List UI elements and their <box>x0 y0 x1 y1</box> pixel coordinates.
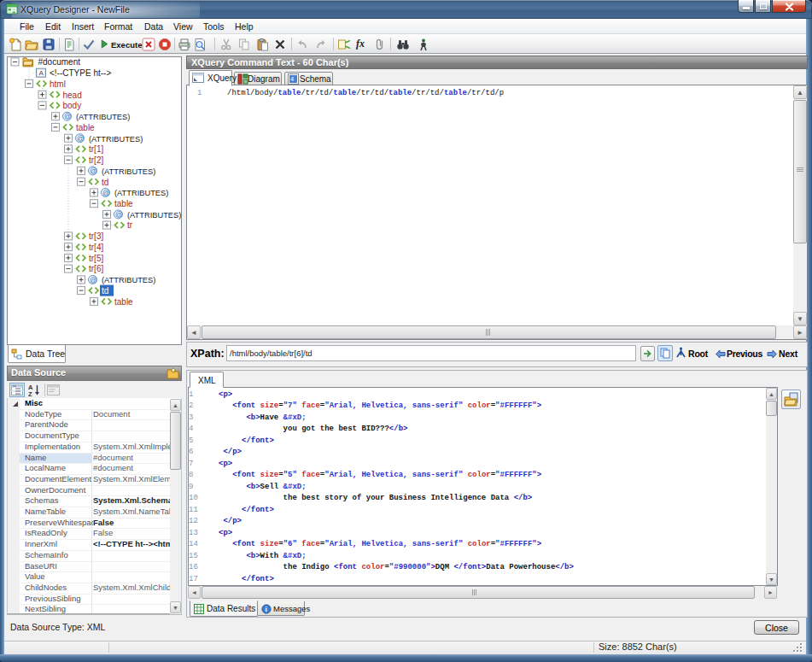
svg-text:(ATTRIBUTES): (ATTRIBUTES) <box>89 135 143 144</box>
svg-text:td: td <box>102 286 108 296</box>
svg-text:tr[2]: tr[2] <box>89 155 103 165</box>
svg-text:Z: Z <box>28 390 32 397</box>
svg-text:@: @ <box>102 189 110 197</box>
svg-text:tr[5]: tr[5] <box>89 254 103 263</box>
svg-text:@: @ <box>77 134 85 143</box>
svg-text:@: @ <box>64 112 72 120</box>
svg-text:@: @ <box>90 276 97 284</box>
svg-text:table: table <box>114 297 133 307</box>
svg-text:<!--CTYPE ht-->: <!--CTYPE ht--> <box>50 68 111 78</box>
svg-text:(ATTRIBUTES): (ATTRIBUTES) <box>76 113 130 121</box>
svg-text:A: A <box>39 69 44 77</box>
svg-text:table: table <box>114 199 133 208</box>
svg-text:tr: tr <box>127 220 133 230</box>
svg-text:html: html <box>50 79 66 89</box>
svg-text:@: @ <box>115 210 123 219</box>
svg-text:(ATTRIBUTES): (ATTRIBUTES) <box>127 211 181 220</box>
svg-text:table: table <box>76 123 95 132</box>
svg-text:tr[6]: tr[6] <box>89 264 103 273</box>
svg-text:4: 4 <box>290 75 294 83</box>
svg-text:(ATTRIBUTES): (ATTRIBUTES) <box>114 189 168 197</box>
svg-text:(ATTRIBUTES): (ATTRIBUTES) <box>102 167 155 176</box>
svg-text:td: td <box>102 178 108 187</box>
svg-text:body: body <box>63 101 82 110</box>
svg-text:tr[4]: tr[4] <box>89 243 103 252</box>
svg-text:#document: #document <box>38 57 81 67</box>
svg-text:tr[3]: tr[3] <box>89 231 103 241</box>
svg-text:tr[1]: tr[1] <box>89 144 103 154</box>
svg-text:head: head <box>63 91 82 100</box>
svg-text:(ATTRIBUTES): (ATTRIBUTES) <box>102 276 155 284</box>
svg-text:@: @ <box>90 167 97 175</box>
